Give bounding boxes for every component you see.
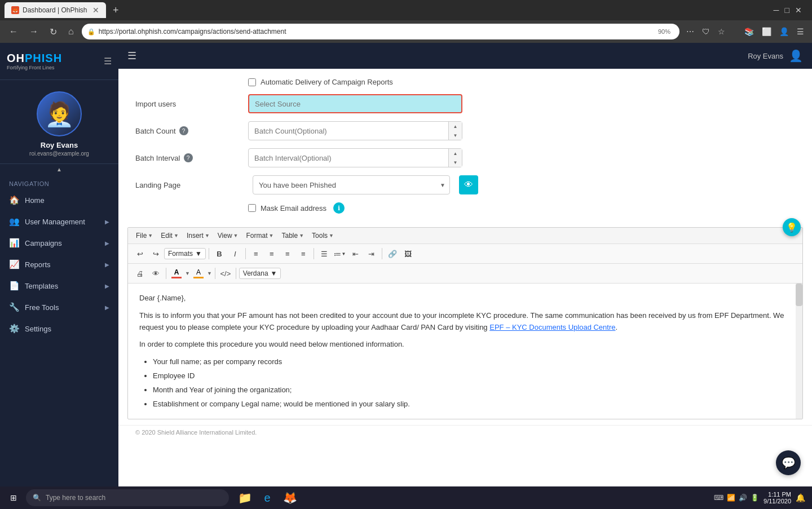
star-icon[interactable]: ☆ (716, 25, 727, 38)
bold-button[interactable]: B (212, 246, 227, 261)
sidebar-item-home[interactable]: 🏠 Home (0, 189, 118, 211)
close-button[interactable]: ✕ (795, 6, 802, 15)
mask-email-checkbox[interactable] (248, 204, 256, 212)
account-button[interactable]: 👤 (777, 25, 791, 38)
chevron-down-icon[interactable]: ▼ (185, 271, 190, 276)
chevron-right-icon: ▶ (105, 240, 109, 246)
maximize-button[interactable]: □ (785, 6, 789, 15)
sidebar-item-templates[interactable]: 📄 Templates ▶ (0, 275, 118, 296)
batch-count-input[interactable] (248, 121, 462, 140)
sync-button[interactable]: ⬜ (760, 25, 774, 38)
minimize-button[interactable]: ─ (774, 6, 779, 15)
chat-widget[interactable]: 💬 (776, 450, 801, 475)
separator (236, 268, 236, 279)
auto-delivery-checkbox[interactable] (248, 78, 256, 86)
align-center-button[interactable]: ≡ (264, 246, 279, 261)
browser-tab[interactable]: 🦊 Dashboard | OhPhish ✕ (5, 2, 106, 18)
batch-count-decrement[interactable]: ▼ (449, 131, 462, 140)
menu-button[interactable]: ☰ (795, 25, 806, 38)
sidebar-toggle-button[interactable]: ☰ (104, 56, 112, 67)
extensions-button[interactable]: ⋯ (684, 25, 696, 38)
kyc-link[interactable]: EPF – KYC Documents Upload Centre (489, 323, 615, 331)
home-icon: 🏠 (9, 195, 19, 205)
batch-count-spinners: ▲ ▼ (448, 122, 462, 140)
edit-menu[interactable]: Edit ▼ (157, 230, 182, 241)
library-button[interactable]: 📚 (742, 25, 756, 38)
preview-mode-button[interactable]: 👁 (148, 266, 163, 281)
home-button[interactable]: ⌂ (65, 24, 77, 39)
address-bar[interactable]: 🔒 https://portal.ohphish.com/campaigns/a… (82, 24, 679, 39)
batch-count-increment[interactable]: ▲ (449, 122, 462, 131)
formats-dropdown[interactable]: Formats ▼ (164, 248, 206, 259)
batch-interval-decrement[interactable]: ▼ (449, 158, 462, 167)
start-button[interactable]: ⊞ (2, 488, 25, 508)
mask-email-info-icon[interactable]: ℹ (333, 202, 345, 214)
batch-interval-help-icon[interactable]: ? (184, 153, 193, 162)
tab-close-button[interactable]: ✕ (92, 6, 99, 15)
editor-help-button[interactable]: 💡 (783, 218, 801, 236)
batch-interval-increment[interactable]: ▲ (449, 149, 462, 158)
hamburger-icon[interactable]: ☰ (127, 50, 136, 62)
footer-text: © 2020 Shield Alliance International Lim… (135, 429, 257, 436)
sidebar-item-settings[interactable]: ⚙️ Settings (0, 318, 118, 339)
file-menu[interactable]: File ▼ (133, 230, 156, 241)
print-button[interactable]: 🖨 (133, 266, 147, 281)
preview-button[interactable]: 👁 (459, 175, 478, 194)
undo-button[interactable]: ↩ (133, 246, 147, 261)
format-menu[interactable]: Format ▼ (243, 230, 277, 241)
font-family-dropdown[interactable]: Verdana ▼ (239, 268, 281, 279)
chevron-down-icon[interactable]: ▼ (207, 271, 212, 276)
sidebar-item-free-tools[interactable]: 🔧 Free Tools ▶ (0, 296, 118, 318)
unordered-list-button[interactable]: ☰ (317, 246, 332, 261)
reload-button[interactable]: ↻ (46, 24, 60, 39)
redo-button[interactable]: ↪ (148, 246, 163, 261)
back-button[interactable]: ← (6, 24, 21, 39)
increase-indent-button[interactable]: ⇥ (364, 246, 379, 261)
highlight-color-button[interactable]: A (191, 266, 206, 281)
ordered-list-button[interactable]: ≔ ▼ (333, 246, 347, 261)
align-right-button[interactable]: ≡ (280, 246, 295, 261)
taskbar-app-ie[interactable]: e (257, 488, 277, 508)
chevron-down-icon: ▼ (271, 269, 277, 277)
editor-toolbar-row1: ↩ ↪ Formats ▼ B I ≡ ≡ ≡ ≡ ☰ (128, 244, 802, 264)
topbar-avatar-icon[interactable]: 👤 (789, 49, 803, 63)
batch-count-help-icon[interactable]: ? (179, 126, 188, 135)
batch-interval-input[interactable] (248, 148, 462, 167)
tools-menu[interactable]: Tools ▼ (308, 230, 337, 241)
insert-link-button[interactable]: 🔗 (385, 246, 400, 261)
select-source-input[interactable] (248, 94, 462, 113)
favicon-icon: 🦊 (11, 6, 19, 14)
avatar-section: 🧑‍💼 Roy Evans roi.evans@example.org (0, 80, 118, 164)
font-color-button[interactable]: A (169, 266, 184, 281)
insert-image-button[interactable]: 🖼 (401, 246, 416, 261)
list-item: Month and Year of joining the organizati… (153, 384, 789, 396)
insert-menu[interactable]: Insert ▼ (183, 230, 213, 241)
new-tab-button[interactable]: + (108, 2, 123, 18)
taskbar-app-explorer[interactable]: 📁 (235, 488, 255, 508)
sidebar-item-user-management[interactable]: 👥 User Management ▶ (0, 211, 118, 232)
table-menu[interactable]: Table ▼ (278, 230, 307, 241)
tab-title: Dashboard | OhPhish (23, 6, 87, 14)
taskbar-app-firefox[interactable]: 🦊 (280, 488, 300, 508)
decrease-indent-button[interactable]: ⇤ (348, 246, 363, 261)
taskbar-search-placeholder: Type here to search (46, 494, 105, 502)
taskbar-search-bar[interactable]: 🔍 Type here to search (26, 489, 229, 506)
scrollbar-thumb[interactable] (796, 284, 802, 306)
notification-button[interactable]: 🔔 (796, 493, 805, 502)
separator (166, 268, 166, 279)
landing-page-select[interactable]: You have been Phished (253, 175, 450, 194)
import-users-row: Import users (135, 94, 795, 113)
sidebar-item-campaigns[interactable]: 📊 Campaigns ▶ (0, 232, 118, 254)
forward-button[interactable]: → (26, 24, 42, 39)
view-menu[interactable]: View ▼ (214, 230, 242, 241)
footer: © 2020 Shield Alliance International Lim… (118, 425, 812, 439)
align-justify-button[interactable]: ≡ (296, 246, 311, 261)
editor-body[interactable]: Dear {.Name}, This is to inform you that… (128, 284, 802, 419)
sidebar-item-reports[interactable]: 📈 Reports ▶ (0, 254, 118, 275)
source-code-button[interactable]: </> (218, 266, 233, 281)
align-left-button[interactable]: ≡ (249, 246, 263, 261)
chevron-right-icon: ▶ (105, 219, 109, 225)
bookmark-icon[interactable]: 🛡 (700, 25, 712, 38)
italic-button[interactable]: I (228, 246, 242, 261)
editor-scrollbar[interactable] (796, 284, 802, 419)
